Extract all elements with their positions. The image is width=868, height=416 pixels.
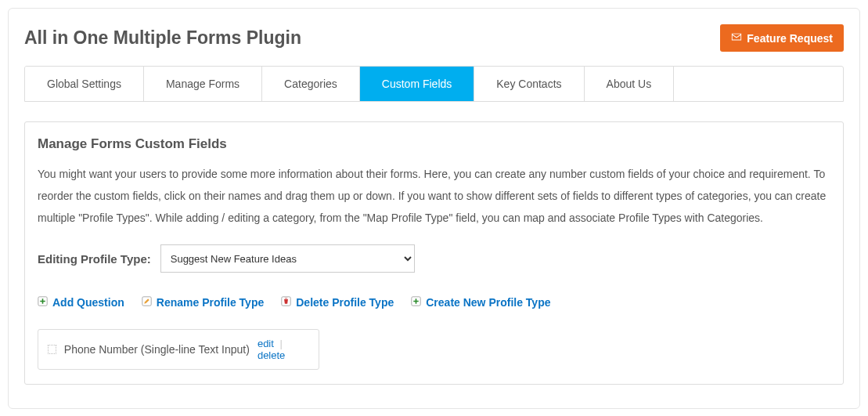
tab-key-contacts[interactable]: Key Contacts	[474, 67, 584, 101]
tab-categories[interactable]: Categories	[262, 67, 360, 101]
delete-profile-label: Delete Profile Type	[296, 296, 394, 309]
rename-profile-label: Rename Profile Type	[157, 296, 264, 309]
tabs: Global Settings Manage Forms Categories …	[24, 66, 844, 102]
pencil-icon	[142, 296, 152, 309]
add-icon	[411, 296, 421, 309]
separator: |	[280, 338, 283, 349]
tab-about-us[interactable]: About Us	[585, 67, 675, 101]
field-links: edit | delete	[258, 338, 309, 361]
profile-type-select[interactable]: Suggest New Feature Ideas	[160, 244, 415, 273]
feature-request-button[interactable]: Feature Request	[720, 24, 844, 52]
tab-custom-fields[interactable]: Custom Fields	[360, 67, 474, 101]
add-question-link[interactable]: Add Question	[38, 296, 124, 309]
page-title: All in One Multiple Forms Plugin	[24, 27, 301, 49]
create-profile-link[interactable]: Create New Profile Type	[411, 296, 550, 309]
delete-profile-link[interactable]: Delete Profile Type	[281, 296, 394, 309]
panel-description: You might want your users to provide som…	[38, 163, 830, 229]
field-edit-link[interactable]: edit	[258, 338, 274, 349]
edit-profile-label: Editing Profile Type:	[38, 252, 151, 266]
field-name: Phone Number (Single-line Text Input)	[64, 343, 250, 356]
page-container: All in One Multiple Forms Plugin Feature…	[8, 8, 860, 409]
field-row[interactable]: Phone Number (Single-line Text Input) ed…	[38, 329, 319, 370]
plus-icon	[38, 296, 48, 309]
drag-handle-icon[interactable]	[48, 345, 56, 354]
trash-icon	[281, 296, 291, 309]
actions-row: Add Question Rename Profile Type Delete …	[38, 296, 830, 309]
panel-title: Manage Forms Custom Fields	[38, 136, 830, 152]
mail-icon	[731, 31, 742, 45]
header-row: All in One Multiple Forms Plugin Feature…	[24, 24, 844, 52]
add-question-label: Add Question	[52, 296, 124, 309]
create-profile-label: Create New Profile Type	[426, 296, 550, 309]
rename-profile-link[interactable]: Rename Profile Type	[142, 296, 264, 309]
tab-global-settings[interactable]: Global Settings	[25, 67, 144, 101]
tab-manage-forms[interactable]: Manage Forms	[144, 67, 262, 101]
field-delete-link[interactable]: delete	[258, 349, 285, 361]
feature-request-label: Feature Request	[747, 32, 833, 45]
edit-profile-row: Editing Profile Type: Suggest New Featur…	[38, 244, 830, 273]
panel: Manage Forms Custom Fields You might wan…	[24, 121, 844, 385]
